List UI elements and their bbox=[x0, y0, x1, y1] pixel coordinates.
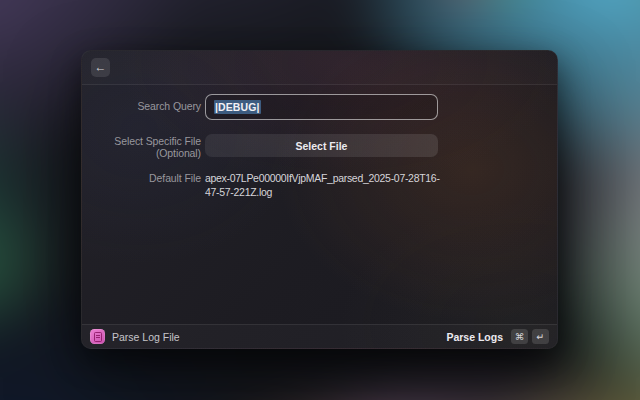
desktop: ← Search Query |DEBUG| Select Specific F… bbox=[0, 0, 640, 400]
search-query-label: Search Query bbox=[82, 100, 201, 112]
default-file-label: Default File bbox=[82, 172, 201, 184]
footer-bar: Parse Log File Parse Logs ⌘ ↵ bbox=[82, 324, 557, 348]
return-key-icon: ↵ bbox=[532, 329, 549, 344]
select-file-label-line1: Select Specific File bbox=[82, 135, 201, 147]
window-header: ← bbox=[82, 51, 557, 85]
parse-log-file-app-icon bbox=[90, 329, 105, 344]
app-info: Parse Log File bbox=[90, 329, 180, 344]
back-button[interactable]: ← bbox=[91, 58, 110, 77]
select-file-button[interactable]: Select File bbox=[205, 134, 438, 157]
search-query-value: |DEBUG| bbox=[214, 100, 261, 114]
parse-logs-action-label: Parse Logs bbox=[446, 331, 503, 343]
search-query-input[interactable]: |DEBUG| bbox=[205, 94, 438, 120]
document-icon bbox=[94, 332, 102, 342]
back-arrow-icon: ← bbox=[91, 58, 110, 77]
command-key-icon: ⌘ bbox=[511, 329, 528, 344]
select-file-label: Select Specific File (Optional) bbox=[82, 135, 201, 159]
app-name: Parse Log File bbox=[112, 331, 180, 343]
parse-logs-action[interactable]: Parse Logs ⌘ ↵ bbox=[446, 329, 549, 344]
default-file-value: apex-07LPe00000IfVjpMAF_parsed_2025-07-2… bbox=[205, 172, 442, 199]
select-file-label-line2: (Optional) bbox=[82, 147, 201, 159]
parse-log-file-window: ← Search Query |DEBUG| Select Specific F… bbox=[81, 50, 558, 349]
